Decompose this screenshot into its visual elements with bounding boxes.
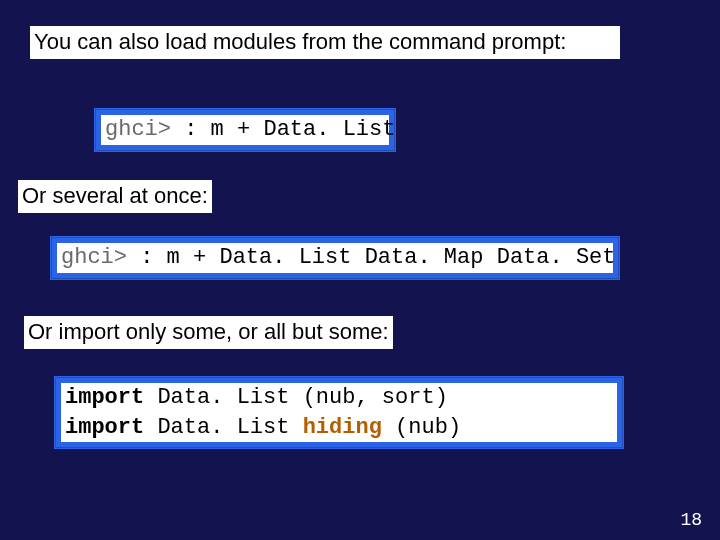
code-line: ghci> : m + Data. List Data. Map Data. S… (57, 243, 613, 273)
code-text: Data. List (144, 415, 302, 440)
page-number: 18 (680, 510, 702, 530)
ghci-prompt: ghci> (105, 117, 171, 142)
intro-text-2: Or several at once: (18, 180, 212, 213)
code-block-multi-module: ghci> : m + Data. List Data. Map Data. S… (50, 236, 620, 280)
intro-text-3: Or import only some, or all but some: (24, 316, 393, 349)
keyword-hiding: hiding (303, 415, 382, 440)
code-block-import: import Data. List (nub, sort) import Dat… (54, 376, 624, 449)
ghci-prompt: ghci> (61, 245, 127, 270)
keyword-import: import (65, 415, 144, 440)
code-text: : m + Data. List Data. Map Data. Set (127, 245, 615, 270)
code-lines: import Data. List (nub, sort) import Dat… (61, 383, 617, 442)
intro-text-1: You can also load modules from the comma… (30, 26, 620, 59)
code-text: (nub) (382, 415, 461, 440)
code-block-single-module: ghci> : m + Data. List (94, 108, 396, 152)
keyword-import: import (65, 385, 144, 410)
code-text: : m + Data. List (171, 117, 395, 142)
code-line: ghci> : m + Data. List (101, 115, 389, 145)
code-text: Data. List (nub, sort) (144, 385, 448, 410)
